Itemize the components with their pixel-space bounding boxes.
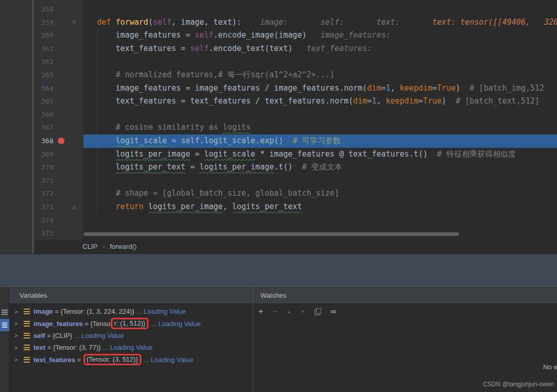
token: logit_scale — [204, 149, 255, 159]
variable-value: {Tensor: (3, 512)} — [87, 355, 138, 363]
token: logits_per_image — [148, 202, 223, 211]
code-line[interactable]: 360 image_features = self.encode_image(i… — [35, 29, 557, 42]
horizontal-scrollbar[interactable] — [84, 232, 459, 236]
gutter-cell[interactable]: 358 — [35, 3, 84, 16]
gutter-cell[interactable]: 372 — [35, 187, 84, 200]
gutter-cell[interactable]: 365 — [35, 95, 84, 108]
token: dim — [353, 96, 367, 106]
line-number: 372 — [41, 187, 53, 200]
variable-row[interactable]: >text_features = {Tensor: (3, 512)} ... … — [9, 354, 253, 366]
token — [88, 136, 116, 145]
breakpoint-icon[interactable] — [58, 138, 64, 144]
variable-name: text_features — [34, 356, 75, 364]
expand-chevron-icon[interactable]: > — [14, 345, 23, 351]
variable-row[interactable]: >image_features = {Tensor: (1, 512)} ...… — [9, 317, 253, 329]
code-line[interactable]: 362 — [35, 55, 557, 69]
variable-name: image_features — [34, 320, 83, 328]
token: image_features = — [88, 30, 195, 40]
gutter-cell[interactable]: 364 — [35, 82, 84, 95]
token: image: self: text: — [241, 18, 432, 27]
loading-value-link[interactable]: Loading Value — [158, 320, 201, 328]
loading-value-link[interactable]: Loading Value — [81, 332, 124, 339]
gutter-cell[interactable]: 373△ — [35, 200, 84, 214]
code-line[interactable]: 370 logits_per_text = logits_per_image.t… — [35, 161, 557, 174]
gutter-cell[interactable]: 361 — [35, 42, 84, 56]
expand-chevron-icon[interactable]: > — [14, 332, 23, 338]
duplicate-watch-button[interactable] — [315, 308, 321, 315]
gutter-cell[interactable]: 367 — [35, 121, 84, 134]
debug-panel: Variables >image = {Tensor: (1, 3, 224, … — [0, 286, 557, 392]
code-line[interactable]: 358 — [35, 3, 557, 16]
code-line[interactable]: 361 text_features = self.encode_text(tex… — [35, 42, 557, 56]
code-line[interactable]: 365 text_features = text_features / text… — [35, 95, 557, 108]
token: = — [418, 96, 423, 106]
token: , — [376, 96, 386, 106]
expand-chevron-icon[interactable]: > — [14, 356, 23, 363]
breadcrumb-item[interactable]: CLIP — [83, 243, 97, 250]
equals-sign: = — [75, 356, 83, 364]
gutter-cell[interactable]: 359▽ — [35, 16, 84, 29]
line-number: 358 — [41, 3, 53, 16]
loading-value-link[interactable]: Loading Value — [110, 344, 153, 351]
token: self — [190, 44, 209, 53]
variable-row[interactable]: >self = {CLIP} ... Loading Value — [9, 330, 253, 342]
token: # [batch_img,512 — [470, 83, 545, 93]
loading-dots: ... — [101, 344, 110, 351]
fold-up-icon[interactable]: △ — [72, 200, 76, 214]
line-number: 375 — [41, 227, 53, 240]
token: keepdim — [386, 96, 418, 106]
line-number: 360 — [41, 29, 53, 42]
show-watches-in-variables-button[interactable]: ∞ — [331, 308, 336, 315]
gutter-cell[interactable]: 375 — [35, 227, 84, 240]
gutter-cell[interactable]: 374 — [35, 214, 84, 227]
token: = — [432, 83, 437, 93]
loading-value-link[interactable]: Loading Value — [144, 308, 186, 315]
token: True — [423, 96, 441, 106]
gutter-cell[interactable]: 366 — [35, 108, 84, 122]
loading-value-link[interactable]: Loading Value — [151, 356, 193, 364]
fold-down-icon[interactable]: ▽ — [72, 16, 76, 29]
code-text: # shape = [global_batch_size, global_bat… — [84, 187, 557, 200]
remove-watch-button[interactable]: − — [272, 308, 277, 315]
expand-chevron-icon[interactable]: > — [14, 320, 23, 327]
code-line[interactable]: 369 logits_per_image = logit_scale * ima… — [35, 148, 557, 161]
code-line[interactable]: 371 — [35, 174, 557, 188]
code-text — [84, 174, 557, 188]
variable-row[interactable]: >image = {Tensor: (1, 3, 224, 224)} ... … — [9, 305, 253, 317]
line-number: 369 — [41, 148, 53, 161]
code-line[interactable]: 364 image_features = image_features / im… — [35, 82, 557, 95]
code-line[interactable]: 366 — [35, 108, 557, 122]
token: # 可学习参数 — [292, 136, 340, 145]
variable-row[interactable]: >text = {Tensor: (3, 77)} ... Loading Va… — [9, 342, 253, 353]
code-text: image_features = self.encode_image(image… — [84, 29, 557, 42]
active-tool-button[interactable] — [0, 319, 9, 331]
code-line[interactable]: 374 — [35, 214, 557, 227]
watermark: CSDN @tangjunjun-owen — [483, 381, 554, 388]
gutter-cell[interactable]: 368 — [35, 134, 84, 148]
code-line[interactable]: 372 # shape = [global_batch_size, global… — [35, 187, 557, 200]
code-line[interactable]: 363 # normalized features,# 每一行sqr(a1^2+… — [35, 69, 557, 82]
toolbar-icon[interactable] — [2, 310, 8, 315]
line-number: 362 — [41, 55, 53, 69]
code-line[interactable]: 368 logit_scale = self.logit_scale.exp()… — [35, 134, 557, 148]
gutter-cell[interactable]: 360 — [35, 29, 84, 42]
expand-chevron-icon[interactable]: > — [14, 309, 23, 315]
code-line[interactable]: 359▽ def forward(self, image, text): ima… — [35, 16, 557, 29]
variable-icon — [24, 345, 30, 350]
code-text — [84, 55, 557, 69]
code-line[interactable]: 373△ return logits_per_image, logits_per… — [35, 200, 557, 214]
token: = — [167, 136, 181, 145]
move-down-button[interactable]: ▼ — [301, 308, 305, 315]
gutter-cell[interactable]: 370 — [35, 161, 84, 174]
variable-name: self — [34, 332, 45, 339]
gutter-cell[interactable]: 362 — [35, 55, 84, 69]
gutter-cell[interactable]: 371 — [35, 174, 84, 188]
token: .encode_text(text) — [209, 44, 293, 53]
code-line[interactable]: 367 # cosine similarity as logits — [35, 121, 557, 134]
gutter-cell[interactable]: 363 — [35, 69, 84, 82]
breadcrumb-item[interactable]: forward() — [110, 243, 137, 250]
move-up-button[interactable]: ▲ — [287, 308, 291, 315]
gutter-cell[interactable]: 369 — [35, 148, 84, 161]
variable-value: {CLIP} — [53, 332, 72, 339]
add-watch-button[interactable]: + — [258, 308, 263, 315]
